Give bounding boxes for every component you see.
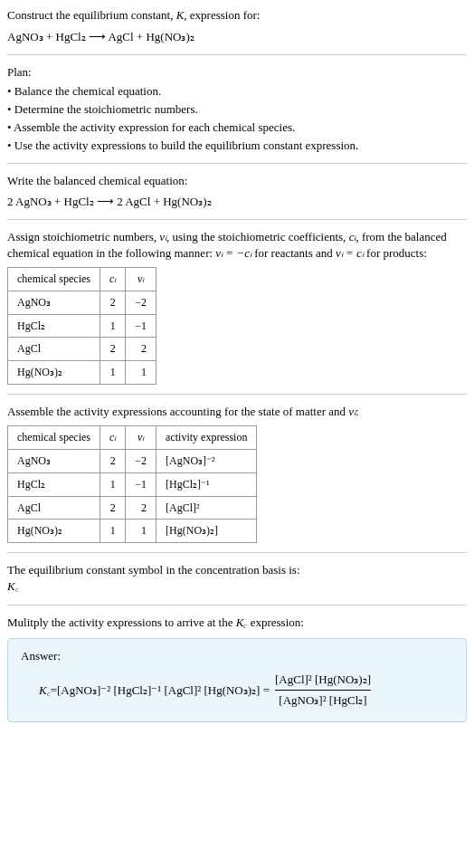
td-ci: 2 [100, 291, 125, 314]
divider [7, 394, 467, 395]
multiply-t2: expression: [247, 615, 303, 629]
td-act: [AgCl]² [156, 496, 257, 520]
divider [7, 163, 467, 164]
answer-kc: K꜀ [39, 682, 51, 699]
table-header-row: chemical species cᵢ νᵢ activity expressi… [8, 426, 257, 450]
td-nu: 1 [126, 520, 156, 543]
td-nu: 1 [126, 361, 156, 385]
td-nu: −1 [126, 314, 156, 338]
td-ci: 1 [100, 361, 125, 385]
stoich-eq1: νᵢ = −cᵢ [215, 246, 251, 260]
divider [7, 552, 467, 553]
stoich-table: chemical species cᵢ νᵢ AgNO₃ 2 −2 HgCl₂ … [7, 267, 156, 385]
td-act: [HgCl₂]⁻¹ [156, 472, 257, 496]
table-row: Hg(NO₃)₂ 1 1 [8, 361, 156, 385]
td-ci: 1 [100, 472, 125, 496]
th-nu: νᵢ [126, 268, 156, 291]
td-species: Hg(NO₃)₂ [8, 520, 100, 543]
table-row: AgCl 2 2 [AgCl]² [8, 496, 257, 520]
stoich-t4: for reactants and [251, 246, 336, 260]
stoich-t5: for products: [364, 246, 427, 260]
prompt-section: Construct the equilibrium constant, K, e… [7, 7, 467, 24]
th-species: chemical species [8, 268, 100, 291]
plan-bullet: • Assemble the activity expression for e… [7, 119, 467, 136]
table-row: HgCl₂ 1 −1 [HgCl₂]⁻¹ [8, 472, 257, 496]
prompt-prefix: Construct the equilibrium constant, [7, 8, 176, 22]
td-act: [AgNO₃]⁻² [156, 450, 257, 473]
prompt-suffix: , expression for: [184, 8, 260, 22]
table-row: Hg(NO₃)₂ 1 1 [Hg(NO₃)₂] [8, 520, 257, 543]
table-row: AgCl 2 2 [8, 338, 156, 361]
initial-equation: AgNO₃ + HgCl₂ ⟶ AgCl + Hg(NO₃)₂ [7, 29, 467, 45]
multiply-section: Mulitply the activity expressions to arr… [7, 615, 467, 631]
plan-bullet: • Balance the chemical equation. [7, 83, 467, 100]
td-species: HgCl₂ [8, 472, 100, 496]
table-header-row: chemical species cᵢ νᵢ [8, 268, 156, 291]
table-row: AgNO₃ 2 −2 [8, 291, 156, 314]
plan-bullet: • Determine the stoichiometric numbers. [7, 101, 467, 118]
activity-nu: νᵢ [348, 405, 356, 418]
th-act: activity expression [156, 426, 257, 450]
plan-title: Plan: [7, 64, 467, 81]
multiply-kc: K꜀ [236, 615, 248, 629]
td-species: AgNO₃ [8, 450, 100, 473]
td-species: AgCl [8, 496, 100, 520]
stoich-eq2: νᵢ = cᵢ [336, 246, 364, 260]
divider [7, 605, 467, 606]
answer-box: Answer: K꜀ = [AgNO₃]⁻² [HgCl₂]⁻¹ [AgCl]²… [7, 638, 467, 723]
answer-fraction: [AgCl]² [Hg(NO₃)₂] [AgNO₃]² [HgCl₂] [271, 672, 374, 709]
balanced-equation: 2 AgNO₃ + HgCl₂ ⟶ 2 AgCl + Hg(NO₃)₂ [7, 194, 467, 210]
basis-symbol: K꜀ [7, 578, 467, 595]
answer-label: Answer: [21, 648, 453, 664]
divider [7, 219, 467, 220]
td-ci: 2 [100, 450, 125, 473]
td-species: AgCl [8, 338, 100, 361]
th-nu: νᵢ [126, 426, 156, 450]
td-species: HgCl₂ [8, 314, 100, 338]
td-nu: −2 [126, 450, 156, 473]
stoich-nu: νᵢ [159, 230, 166, 243]
stoich-text: Assign stoichiometric numbers, νᵢ, using… [7, 229, 467, 262]
td-nu: −1 [126, 472, 156, 496]
fraction-denominator: [AgNO₃]² [HgCl₂] [275, 690, 370, 709]
divider [7, 54, 467, 55]
plan-bullet: • Use the activity expressions to build … [7, 138, 467, 154]
th-ci: cᵢ [100, 268, 125, 291]
answer-eq: = [51, 682, 57, 699]
balanced-title: Write the balanced chemical equation: [7, 173, 467, 189]
activity-table: chemical species cᵢ νᵢ activity expressi… [7, 425, 257, 543]
td-ci: 2 [100, 338, 125, 361]
td-nu: −2 [126, 291, 156, 314]
td-nu: 2 [126, 496, 156, 520]
fraction-numerator: [AgCl]² [Hg(NO₃)₂] [271, 672, 374, 690]
td-species: AgNO₃ [8, 291, 100, 314]
activity-section: Assemble the activity expressions accoun… [7, 404, 467, 543]
activity-t2: : [356, 405, 359, 418]
balanced-section: Write the balanced chemical equation: 2 … [7, 173, 467, 209]
answer-terms: [AgNO₃]⁻² [HgCl₂]⁻¹ [AgCl]² [Hg(NO₃)₂] = [57, 682, 270, 699]
stoich-section: Assign stoichiometric numbers, νᵢ, using… [7, 229, 467, 385]
multiply-t1: Mulitply the activity expressions to arr… [7, 615, 236, 629]
td-ci: 1 [100, 314, 125, 338]
td-nu: 2 [126, 338, 156, 361]
th-ci: cᵢ [100, 426, 125, 450]
activity-title: Assemble the activity expressions accoun… [7, 404, 467, 420]
td-ci: 1 [100, 520, 125, 543]
td-ci: 2 [100, 496, 125, 520]
th-species: chemical species [8, 426, 100, 450]
stoich-t2: , using the stoichiometric coefficients, [166, 230, 349, 243]
td-act: [Hg(NO₃)₂] [156, 520, 257, 543]
basis-text: The equilibrium constant symbol in the c… [7, 562, 467, 578]
basis-section: The equilibrium constant symbol in the c… [7, 562, 467, 595]
table-row: HgCl₂ 1 −1 [8, 314, 156, 338]
plan-section: Plan: • Balance the chemical equation. •… [7, 64, 467, 154]
answer-expression: K꜀ = [AgNO₃]⁻² [HgCl₂]⁻¹ [AgCl]² [Hg(NO₃… [21, 672, 453, 709]
td-species: Hg(NO₃)₂ [8, 361, 100, 385]
table-row: AgNO₃ 2 −2 [AgNO₃]⁻² [8, 450, 257, 473]
activity-t1: Assemble the activity expressions accoun… [7, 405, 348, 418]
stoich-t1: Assign stoichiometric numbers, [7, 230, 159, 243]
